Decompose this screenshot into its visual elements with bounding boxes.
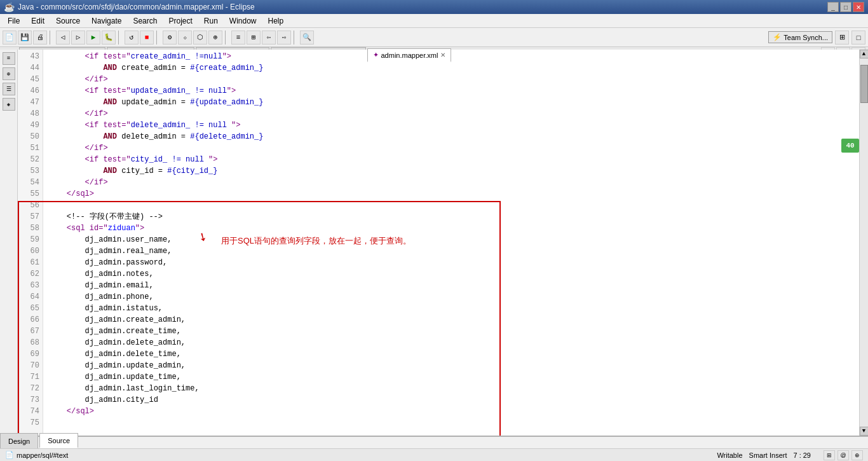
bottom-tab-design[interactable]: Design bbox=[0, 433, 38, 448]
window-title: Java - common/src/com/sfdj/dao/common/ad… bbox=[18, 3, 255, 11]
forward-button[interactable]: ▷ bbox=[71, 31, 85, 45]
vertical-scrollbar[interactable]: ▲ ▼ bbox=[859, 50, 868, 436]
title-bar: ☕ Java - common/src/com/sfdj/dao/common/… bbox=[0, 0, 868, 14]
perspective-button[interactable]: ⊞ bbox=[835, 31, 849, 45]
title-bar-controls: _ □ ✕ bbox=[827, 2, 864, 12]
status-writable: Writable bbox=[717, 451, 742, 459]
menu-window[interactable]: Window bbox=[224, 15, 262, 27]
save-button[interactable]: 💾 bbox=[18, 31, 32, 45]
sidebar-icon-1[interactable]: ≡ bbox=[3, 52, 15, 65]
minimize-button[interactable]: _ bbox=[827, 2, 839, 12]
refresh-button[interactable]: ↺ bbox=[125, 31, 139, 45]
sidebar-icon-3[interactable]: ☰ bbox=[3, 83, 15, 95]
code-editor[interactable]: 4344454647484950515253545556575859606162… bbox=[18, 50, 859, 436]
team-synch-button[interactable]: ⚡ Team Synch... bbox=[768, 31, 832, 43]
menu-source[interactable]: Source bbox=[51, 15, 85, 27]
bottom-tabs-bar: Design Source bbox=[0, 436, 868, 448]
stop-button[interactable]: ■ bbox=[140, 31, 154, 45]
menu-project[interactable]: Project bbox=[163, 15, 197, 27]
status-icon-2[interactable]: @ bbox=[837, 450, 849, 460]
status-insert-mode: Smart Insert bbox=[749, 451, 787, 459]
main-editor-area: 4344454647484950515253545556575859606162… bbox=[18, 50, 868, 436]
scroll-up-button[interactable]: ▲ bbox=[860, 50, 869, 58]
notification-badge[interactable]: 40 bbox=[841, 139, 859, 153]
toolbar-btn3[interactable]: ⬡ bbox=[193, 31, 207, 45]
status-file-icon: 📄 mapper/sql/#text bbox=[5, 451, 68, 459]
toolbar-btn5[interactable]: ≡ bbox=[231, 31, 245, 45]
menu-edit[interactable]: Edit bbox=[26, 15, 50, 27]
app-icon: ☕ bbox=[4, 2, 15, 12]
toolbar-btn1[interactable]: ⚙ bbox=[163, 31, 177, 45]
sidebar-icon-2[interactable]: ⊕ bbox=[3, 67, 15, 80]
scroll-thumb[interactable] bbox=[860, 65, 868, 103]
toolbar-sep3 bbox=[156, 31, 160, 45]
toolbar-btn4[interactable]: ⊕ bbox=[208, 31, 222, 45]
status-position: 7 : 29 bbox=[793, 451, 811, 459]
new-button[interactable]: 📄 bbox=[3, 31, 17, 45]
menu-navigate[interactable]: Navigate bbox=[86, 15, 126, 27]
title-bar-left: ☕ Java - common/src/com/sfdj/dao/common/… bbox=[4, 2, 255, 12]
toolbar-btn2[interactable]: ⬦ bbox=[178, 31, 192, 45]
tab-adminmapper[interactable]: ✦ admin.mapper.xml ✕ bbox=[367, 48, 452, 62]
tab-icon-5: ✦ bbox=[373, 51, 379, 59]
debug-button[interactable]: 🐛 bbox=[102, 31, 116, 45]
print-button[interactable]: 🖨 bbox=[33, 31, 47, 45]
status-insert-label: Smart Insert bbox=[749, 451, 787, 459]
team-synch-icon: ⚡ bbox=[773, 33, 782, 41]
menu-bar: File Edit Source Navigate Search Project… bbox=[0, 14, 868, 28]
file-icon: 📄 bbox=[5, 451, 14, 459]
status-icon-1[interactable]: ⊞ bbox=[824, 450, 835, 460]
line-numbers: 4344454647484950515253545556575859606162… bbox=[18, 50, 43, 436]
maximize-panel-button[interactable]: □ bbox=[851, 31, 865, 45]
tab-close-5[interactable]: ✕ bbox=[440, 52, 445, 58]
status-bar: 📄 mapper/sql/#text Writable Smart Insert… bbox=[0, 448, 868, 461]
code-content[interactable]: <if test="create_admin_ !=null"> AND cre… bbox=[43, 50, 859, 436]
back-button[interactable]: ◁ bbox=[56, 31, 70, 45]
team-synch-area: ⚡ Team Synch... ⊞ □ bbox=[768, 31, 865, 45]
status-icons-right: ⊞ @ ⊕ bbox=[824, 450, 863, 460]
close-button[interactable]: ✕ bbox=[853, 2, 864, 12]
search-button[interactable]: 🔍 bbox=[300, 31, 314, 45]
status-writable-label: Writable bbox=[717, 451, 742, 459]
menu-search[interactable]: Search bbox=[128, 15, 162, 27]
team-synch-label: Team Synch... bbox=[783, 34, 828, 41]
tab-label-5: admin.mapper.xml bbox=[381, 52, 438, 59]
maximize-button[interactable]: □ bbox=[840, 2, 851, 12]
bottom-tab-source[interactable]: Source bbox=[39, 433, 78, 448]
toolbar-sep4 bbox=[225, 31, 229, 45]
run-button[interactable]: ▶ bbox=[86, 31, 100, 45]
menu-help[interactable]: Help bbox=[263, 15, 289, 27]
status-icon-3[interactable]: ⊕ bbox=[851, 450, 863, 460]
toolbar-sep1 bbox=[50, 31, 53, 45]
toolbar-btn8[interactable]: ⇨ bbox=[277, 31, 291, 45]
status-position-label: 7 : 29 bbox=[793, 451, 811, 459]
toolbar-btn6[interactable]: ⊞ bbox=[247, 31, 261, 45]
toolbar-sep5 bbox=[294, 31, 297, 45]
toolbar-btn7[interactable]: ⇦ bbox=[262, 31, 276, 45]
toolbar-sep2 bbox=[118, 31, 122, 45]
menu-file[interactable]: File bbox=[3, 15, 25, 27]
scroll-down-button[interactable]: ▼ bbox=[860, 427, 869, 436]
menu-run[interactable]: Run bbox=[199, 15, 223, 27]
sidebar-icon-4[interactable]: ◈ bbox=[3, 98, 15, 111]
toolbar: 📄 💾 🖨 ◁ ▷ ▶ 🐛 ↺ ■ ⚙ ⬦ ⬡ ⊕ ≡ ⊞ ⇦ ⇨ 🔍 ⚡ Te… bbox=[0, 28, 868, 47]
left-sidebar: ≡ ⊕ ☰ ◈ bbox=[0, 50, 18, 436]
scroll-track[interactable] bbox=[860, 58, 869, 427]
status-file-path: mapper/sql/#text bbox=[17, 451, 68, 459]
